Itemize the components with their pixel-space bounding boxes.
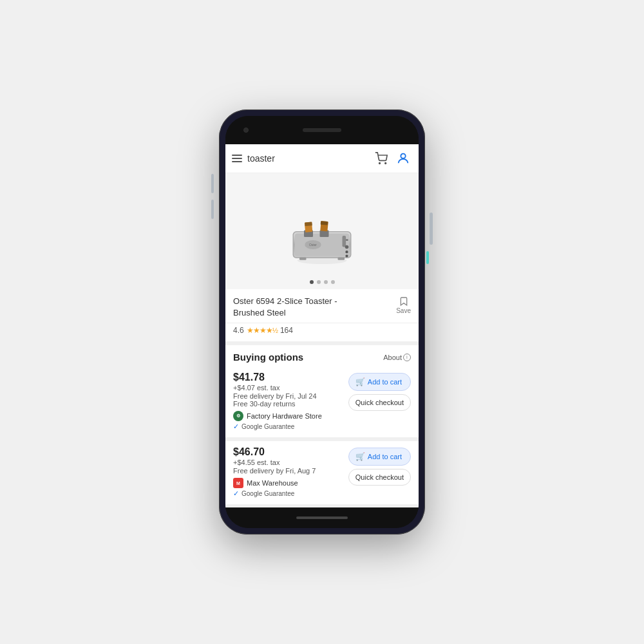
- listing-1-guarantee: Google Guarantee: [242, 423, 294, 430]
- screen[interactable]: toaster: [225, 144, 419, 507]
- svg-rect-20: [299, 258, 307, 260]
- guarantee-icon-2: ✓: [233, 489, 239, 498]
- save-label: Save: [396, 307, 411, 314]
- listing-right-1: 🛒 Add to cart Quick checkout: [348, 373, 411, 411]
- search-input[interactable]: toaster: [247, 153, 367, 164]
- volume-indicator: [426, 251, 429, 264]
- listing-1-tax: +$4.07 est. tax: [233, 384, 342, 392]
- speaker: [303, 128, 341, 132]
- product-image: Oster: [277, 189, 367, 273]
- svg-point-12: [345, 251, 348, 253]
- menu-icon[interactable]: [232, 155, 242, 162]
- account-icon-button[interactable]: [394, 149, 412, 167]
- menu-line-3: [232, 161, 242, 162]
- listing-2-seller-row: M Max Warehouse: [233, 478, 342, 488]
- svg-point-0: [379, 163, 381, 164]
- add-to-cart-button-1[interactable]: 🛒 Add to cart: [348, 373, 411, 391]
- rating-number: 4.6: [233, 326, 244, 335]
- listing-row-1: $41.78 +$4.07 est. tax Free delivery by …: [233, 372, 411, 431]
- svg-rect-10: [346, 240, 348, 241]
- listing-2-price: $46.70: [233, 446, 342, 458]
- home-indicator: [296, 516, 348, 519]
- phone-top-bar: [225, 116, 419, 144]
- menu-line-1: [232, 155, 242, 156]
- dot-4: [331, 280, 335, 284]
- listing-row-2: $46.70 +$4.55 est. tax Free delivery by …: [233, 446, 411, 498]
- svg-rect-8: [320, 231, 329, 238]
- phone-frame: toaster: [219, 109, 425, 535]
- cart-icon-2: 🛒: [355, 452, 365, 461]
- max-warehouse-logo: M: [233, 478, 243, 488]
- listing-2-tax: +$4.55 est. tax: [233, 459, 342, 466]
- svg-point-1: [385, 163, 386, 164]
- vol-down-button: [211, 200, 214, 219]
- header-icons: [372, 149, 412, 167]
- cart-icon-button[interactable]: [372, 149, 390, 167]
- buying-options-header: Buying options About i: [225, 345, 419, 366]
- add-to-cart-label-1: Add to cart: [368, 378, 402, 386]
- about-link[interactable]: About i: [383, 354, 411, 361]
- rating-row: 4.6 ★★★★½ 164: [225, 323, 419, 345]
- svg-text:Oster: Oster: [309, 243, 317, 247]
- product-info: Oster 6594 2-Slice Toaster - Brushed Ste…: [225, 289, 419, 323]
- about-label: About: [383, 354, 402, 361]
- quick-checkout-label-2: Quick checkout: [355, 473, 404, 481]
- listing-2: $46.70 +$4.55 est. tax Free delivery by …: [225, 441, 419, 507]
- dot-2: [317, 280, 321, 284]
- svg-rect-9: [343, 236, 346, 247]
- listing-1-delivery: Free delivery by Fri, Jul 24: [233, 392, 342, 400]
- svg-rect-19: [321, 221, 328, 225]
- info-icon: i: [403, 354, 411, 361]
- listing-left-2: $46.70 +$4.55 est. tax Free delivery by …: [233, 446, 342, 498]
- vol-up-button: [211, 174, 214, 193]
- quick-checkout-button-2[interactable]: Quick checkout: [348, 469, 411, 486]
- star-rating: ★★★★½: [247, 326, 278, 335]
- phone-bottom-bar: [225, 507, 419, 528]
- listing-1-returns: Free 30-day returns: [233, 400, 342, 408]
- svg-rect-18: [305, 222, 312, 227]
- quick-checkout-label-1: Quick checkout: [355, 399, 404, 406]
- add-to-cart-label-2: Add to cart: [368, 453, 402, 460]
- power-button: [430, 213, 433, 245]
- search-bar: toaster: [225, 144, 419, 173]
- listing-left-1: $41.78 +$4.07 est. tax Free delivery by …: [233, 372, 342, 431]
- quick-checkout-button-1[interactable]: Quick checkout: [348, 394, 411, 411]
- phone-inner: toaster: [225, 116, 419, 528]
- add-to-cart-button-2[interactable]: 🛒 Add to cart: [348, 448, 411, 466]
- product-title: Oster 6594 2-Slice Toaster - Brushed Ste…: [233, 296, 362, 319]
- listing-1-guarantee-row: ✓ Google Guarantee: [233, 422, 342, 431]
- listing-2-delivery: Free delivery by Fri, Aug 7: [233, 467, 342, 475]
- svg-point-11: [345, 245, 349, 249]
- cart-icon-1: 🛒: [355, 377, 365, 386]
- listing-2-seller-name: Max Warehouse: [247, 479, 298, 487]
- menu-line-2: [232, 158, 242, 159]
- svg-point-2: [401, 154, 405, 158]
- camera: [243, 128, 249, 133]
- save-button[interactable]: Save: [396, 296, 411, 314]
- listing-1: $41.78 +$4.07 est. tax Free delivery by …: [225, 366, 419, 441]
- svg-point-13: [345, 254, 348, 257]
- factory-hardware-logo: ⚙: [233, 411, 243, 421]
- listing-2-guarantee-row: ✓ Google Guarantee: [233, 489, 342, 498]
- product-image-area: Oster: [225, 173, 419, 289]
- listing-1-price: $41.78: [233, 372, 342, 383]
- listing-1-seller-name: Factory Hardware Store: [247, 412, 322, 420]
- listing-right-2: 🛒 Add to cart Quick checkout: [348, 448, 411, 486]
- listing-2-guarantee: Google Guarantee: [242, 490, 294, 497]
- dot-3: [324, 280, 328, 284]
- image-dots: [310, 280, 335, 284]
- svg-rect-21: [338, 258, 345, 260]
- review-count: 164: [280, 326, 293, 335]
- listing-1-seller-row: ⚙ Factory Hardware Store: [233, 411, 342, 421]
- buying-options-title: Buying options: [233, 352, 303, 363]
- guarantee-icon-1: ✓: [233, 422, 239, 431]
- dot-1: [310, 280, 314, 284]
